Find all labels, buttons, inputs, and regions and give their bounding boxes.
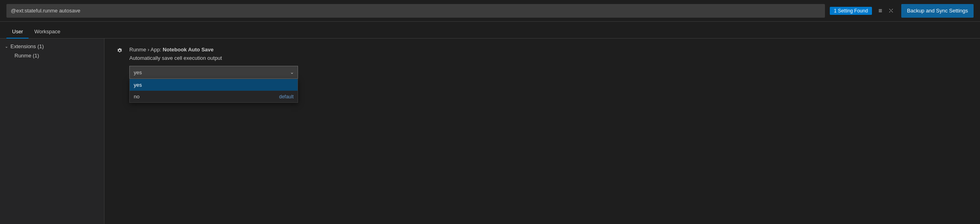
top-right-controls: 1 Setting Found ≡ ⛌ Backup and Sync Sett…	[830, 4, 974, 18]
option-no-label: no	[134, 94, 139, 100]
settings-panel: Runme › App: Notebook Auto Save Automati…	[104, 39, 980, 224]
sort-icon: ≡	[878, 7, 882, 14]
tab-workspace[interactable]: Workspace	[29, 25, 66, 39]
autosave-dropdown[interactable]: yes no	[129, 66, 298, 79]
sidebar-group-extensions[interactable]: ⌄ Extensions (1)	[0, 42, 104, 51]
sort-button[interactable]: ≡	[876, 6, 884, 16]
dropdown-wrapper: yes no ⌄ yes no default	[129, 66, 298, 79]
settings-container: @ext:stateful.runme autosave 1 Setting F…	[0, 0, 980, 224]
filter-icon: ⛌	[888, 7, 895, 14]
setting-description: Automatically save cell execution output	[129, 55, 968, 61]
backup-sync-button[interactable]: Backup and Sync Settings	[901, 4, 974, 18]
sidebar-item-runme[interactable]: Runme (1)	[0, 51, 104, 60]
option-yes-label: yes	[134, 82, 142, 88]
filter-sort-icons: ≡ ⛌	[876, 6, 897, 16]
setting-item: Runme › App: Notebook Auto Save Automati…	[116, 47, 968, 79]
setting-breadcrumb: Runme › App: Notebook Auto Save	[129, 47, 968, 53]
filter-button[interactable]: ⛌	[886, 6, 897, 16]
gear-icon-wrap[interactable]	[116, 47, 123, 55]
breadcrumb-bold: Notebook Auto Save	[163, 47, 214, 53]
sidebar: ⌄ Extensions (1) Runme (1)	[0, 39, 104, 224]
top-bar: @ext:stateful.runme autosave 1 Setting F…	[0, 0, 980, 22]
tabs-bar: User Workspace	[0, 22, 980, 39]
chevron-down-icon: ⌄	[5, 44, 8, 49]
settings-found-badge: 1 Setting Found	[830, 7, 872, 15]
setting-content: Runme › App: Notebook Auto Save Automati…	[129, 47, 968, 79]
dropdown-option-yes[interactable]: yes	[130, 79, 298, 91]
sidebar-group-label: Extensions (1)	[10, 43, 44, 49]
tab-user[interactable]: User	[6, 25, 29, 39]
dropdown-options: yes no default	[129, 79, 298, 103]
gear-icon	[116, 47, 123, 54]
option-default-label: default	[279, 94, 294, 100]
main-content: ⌄ Extensions (1) Runme (1) Runme › App: …	[0, 39, 980, 224]
search-input[interactable]: @ext:stateful.runme autosave	[6, 4, 825, 18]
breadcrumb-prefix: Runme › App:	[129, 47, 163, 53]
dropdown-option-no[interactable]: no default	[130, 91, 298, 102]
